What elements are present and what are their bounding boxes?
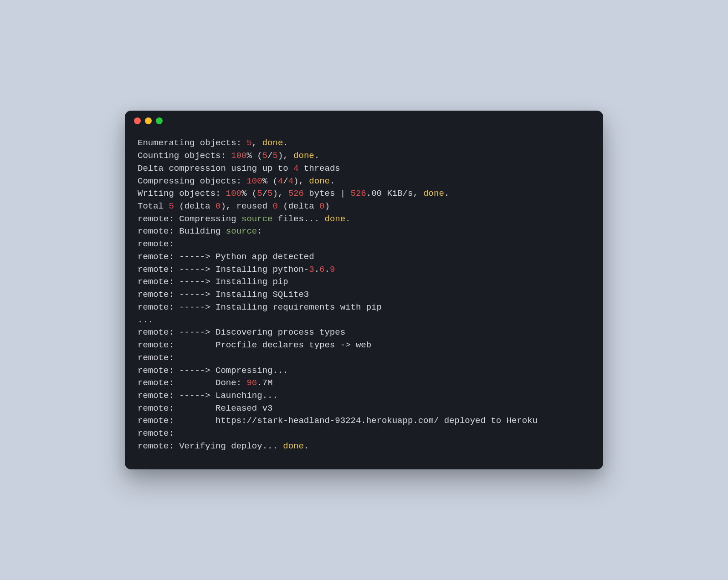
terminal-line: remote: Compressing source files... done… — [138, 213, 590, 226]
minimize-icon[interactable] — [145, 117, 152, 124]
terminal-segment: . — [283, 138, 288, 148]
terminal-segment: done — [262, 138, 283, 148]
terminal-segment: . — [345, 214, 350, 224]
close-icon[interactable] — [134, 117, 141, 124]
terminal-line: Writing objects: 100% (5/5), 526 bytes |… — [138, 188, 590, 200]
terminal-segment: . — [304, 441, 309, 451]
terminal-segment: remote: Released v3 — [138, 403, 272, 413]
terminal-segment: .00 KiB/s, — [366, 188, 423, 198]
terminal-segment: files... — [272, 214, 324, 224]
terminal-segment: / — [267, 151, 272, 161]
terminal-segment: 100 — [226, 188, 241, 198]
terminal-segment: ) — [325, 201, 330, 211]
terminal-segment: remote: -----> Launching... — [138, 391, 278, 401]
terminal-segment: 4 — [293, 163, 298, 173]
terminal-segment: 5 — [246, 138, 251, 148]
terminal-segment: remote: -----> Installing SQLite3 — [138, 290, 309, 300]
terminal-segment: 100 — [246, 176, 262, 186]
terminal-segment: remote: -----> Installing requirements w… — [138, 302, 382, 312]
terminal-line: remote: https://stark-headland-93224.her… — [138, 415, 590, 427]
terminal-output[interactable]: Enumerating objects: 5, done.Counting ob… — [125, 131, 603, 469]
terminal-segment: ), reused — [220, 201, 272, 211]
terminal-segment: ), — [273, 188, 288, 198]
terminal-segment: remote: -----> Discovering process types — [138, 327, 345, 337]
terminal-line: remote: -----> Compressing... — [138, 365, 590, 377]
terminal-line: Enumerating objects: 5, done. — [138, 137, 590, 150]
terminal-line: remote: Building source: — [138, 225, 590, 238]
terminal-segment: remote: -----> Python app detected — [138, 252, 314, 262]
terminal-line: remote: -----> Installing pip — [138, 276, 590, 289]
terminal-line: remote: Verifying deploy... done. — [138, 440, 590, 453]
terminal-segment: Writing objects: — [138, 188, 226, 198]
terminal-segment: / — [262, 188, 267, 198]
terminal-segment: ... — [138, 315, 153, 325]
terminal-segment: remote: Procfile declares types -> web — [138, 340, 371, 350]
terminal-segment: remote: Verifying deploy... — [138, 441, 283, 451]
terminal-segment: 100 — [231, 151, 246, 161]
terminal-segment: . — [444, 188, 449, 198]
terminal-segment: . — [314, 151, 319, 161]
terminal-line: remote: — [138, 352, 590, 365]
terminal-segment: (delta — [278, 201, 319, 211]
terminal-line: remote: -----> Installing SQLite3 — [138, 289, 590, 301]
terminal-line: Delta compression using up to 4 threads — [138, 163, 590, 175]
terminal-segment: 5 — [169, 201, 174, 211]
terminal-segment: remote: — [138, 239, 174, 249]
terminal-segment: Enumerating objects: — [138, 138, 246, 148]
terminal-segment: Total — [138, 201, 169, 211]
terminal-segment: remote: Building — [138, 226, 226, 236]
terminal-segment: 5 — [267, 188, 272, 198]
terminal-segment: done — [423, 188, 444, 198]
terminal-segment: threads — [298, 163, 340, 173]
terminal-line: Total 5 (delta 0), reused 0 (delta 0) — [138, 200, 590, 213]
terminal-segment: Counting objects: — [138, 151, 231, 161]
terminal-segment: / — [283, 176, 288, 186]
terminal-line: Compressing objects: 100% (4/4), done. — [138, 175, 590, 188]
terminal-segment: . — [330, 176, 335, 186]
terminal-line: remote: -----> Installing python-3.6.9 — [138, 264, 590, 276]
terminal-line: remote: — [138, 238, 590, 251]
terminal-segment: : — [257, 226, 262, 236]
terminal-line: Counting objects: 100% (5/5), done. — [138, 150, 590, 163]
terminal-segment: ), — [278, 151, 293, 161]
terminal-line: remote: -----> Python app detected — [138, 251, 590, 264]
terminal-segment: . — [314, 265, 319, 275]
terminal-segment: remote: -----> Installing python- — [138, 265, 309, 275]
terminal-segment: remote: -----> Compressing... — [138, 366, 288, 376]
terminal-segment: 6 — [319, 265, 324, 275]
terminal-line: remote: Done: 96.7M — [138, 377, 590, 390]
maximize-icon[interactable] — [156, 117, 163, 124]
terminal-segment: 96 — [246, 378, 257, 388]
terminal-segment: 4 — [278, 176, 283, 186]
terminal-segment: . — [324, 265, 329, 275]
terminal-segment: remote: — [138, 353, 174, 363]
terminal-window: Enumerating objects: 5, done.Counting ob… — [125, 111, 603, 469]
terminal-line: remote: -----> Installing requirements w… — [138, 301, 590, 314]
terminal-line: remote: -----> Launching... — [138, 390, 590, 402]
terminal-segment: % ( — [241, 188, 257, 198]
terminal-segment: 9 — [330, 265, 335, 275]
terminal-segment: ), — [293, 176, 309, 186]
terminal-segment: done — [309, 176, 330, 186]
terminal-segment: remote: — [138, 428, 174, 438]
terminal-segment: source — [226, 226, 257, 236]
terminal-segment: remote: https://stark-headland-93224.her… — [138, 416, 538, 426]
terminal-segment: source — [241, 214, 272, 224]
terminal-line: remote: -----> Discovering process types — [138, 326, 590, 339]
terminal-segment: Compressing objects: — [138, 176, 246, 186]
terminal-segment: 0 — [215, 201, 220, 211]
terminal-segment: 526 — [288, 188, 304, 198]
terminal-line: remote: Released v3 — [138, 402, 590, 415]
terminal-line: ... — [138, 314, 590, 327]
terminal-segment: done — [293, 151, 314, 161]
title-bar — [125, 111, 603, 131]
terminal-segment: (delta — [174, 201, 215, 211]
terminal-segment: 0 — [272, 201, 277, 211]
terminal-segment: 3 — [309, 265, 314, 275]
terminal-segment: bytes | — [304, 188, 351, 198]
terminal-line: remote: Procfile declares types -> web — [138, 339, 590, 352]
terminal-line: remote: — [138, 427, 590, 440]
terminal-segment: % ( — [246, 151, 262, 161]
terminal-segment: remote: Done: — [138, 378, 246, 388]
terminal-segment: Delta compression using up to — [138, 163, 293, 173]
